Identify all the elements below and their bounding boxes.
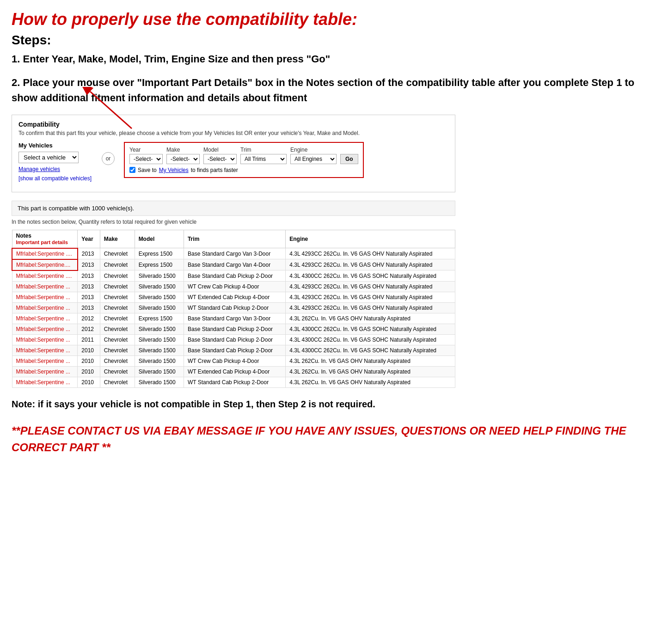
year-label: Year xyxy=(129,147,163,153)
trim-field-group: Trim All Trims xyxy=(240,147,287,164)
table-row: Mfrlabel:Serpentine ...2010ChevroletSilv… xyxy=(12,366,455,377)
cell-model: Silverado 1500 xyxy=(135,345,184,356)
table-row: Mfrlabel:Serpentine....2013ChevroletExpr… xyxy=(12,259,455,270)
form-fields-row: Year -Select- Make -Select- Model xyxy=(129,147,358,164)
my-vehicles-link[interactable]: My Vehicles xyxy=(159,167,189,173)
cell-model: Silverado 1500 xyxy=(135,356,184,366)
manage-vehicles-link[interactable]: Manage vehicles xyxy=(18,166,92,172)
cell-trim: Base Standard Cargo Van 4-Door xyxy=(184,259,285,270)
note-text: Note: if it says your vehicle is not com… xyxy=(12,397,656,411)
cell-year: 2011 xyxy=(78,334,100,345)
cell-model: Express 1500 xyxy=(135,259,184,270)
cell-trim: WT Standard Cab Pickup 2-Door xyxy=(184,302,285,313)
compat-desc: To confirm that this part fits your vehi… xyxy=(18,130,448,136)
cell-model: Express 1500 xyxy=(135,313,184,324)
model-select[interactable]: -Select- xyxy=(203,154,237,164)
step1-text: 1. Enter Year, Make, Model, Trim, Engine… xyxy=(12,52,656,67)
trim-label: Trim xyxy=(240,147,287,153)
save-checkbox[interactable] xyxy=(129,167,135,173)
cell-engine: 4.3L 4293CC 262Cu. In. V6 GAS OHV Natura… xyxy=(286,292,455,302)
th-engine: Engine xyxy=(286,230,455,248)
table-row: Mfrlabel:Serpentine ...2013ChevroletSilv… xyxy=(12,281,455,292)
save-text: Save to xyxy=(138,167,157,173)
cell-year: 2013 xyxy=(78,248,100,259)
show-all-link[interactable]: [show all compatible vehicles] xyxy=(18,175,92,182)
cell-notes: Mfrlabel:Serpentine ... xyxy=(12,302,78,313)
cell-notes: Mfrlabel:Serpentine ... xyxy=(12,281,78,292)
cell-trim: Base Standard Cab Pickup 2-Door xyxy=(184,345,285,356)
cell-make: Chevrolet xyxy=(100,281,135,292)
cell-trim: Base Standard Cargo Van 3-Door xyxy=(184,248,285,259)
cell-notes: Mfrlabel:Serpentine ... xyxy=(12,366,78,377)
table-row: Mfrlabel:Serpentine ...2010ChevroletSilv… xyxy=(12,345,455,356)
cell-engine: 4.3L 262Cu. In. V6 GAS OHV Naturally Asp… xyxy=(286,377,455,387)
model-field-group: Model -Select- xyxy=(203,147,237,164)
make-select[interactable]: -Select- xyxy=(166,154,200,164)
cell-notes: Mfrlabel:Serpentine ... xyxy=(12,334,78,345)
cell-engine: 4.3L 4293CC 262Cu. In. V6 GAS OHV Natura… xyxy=(286,281,455,292)
year-make-form: Year -Select- Make -Select- Model xyxy=(124,142,364,178)
cell-notes: Mfrlabel:Serpentine .... xyxy=(12,248,78,259)
cell-engine: 4.3L 4293CC 262Cu. In. V6 GAS OHV Natura… xyxy=(286,259,455,270)
cell-year: 2010 xyxy=(78,345,100,356)
cell-engine: 4.3L 262Cu. In. V6 GAS OHV Naturally Asp… xyxy=(286,356,455,366)
cell-model: Silverado 1500 xyxy=(135,324,184,334)
my-vehicles-section: My Vehicles Select a vehicle Manage vehi… xyxy=(18,142,92,182)
cell-trim: WT Crew Cab Pickup 4-Door xyxy=(184,356,285,366)
th-year: Year xyxy=(78,230,100,248)
table-row: Mfrlabel:Serpentine ...2013ChevroletSilv… xyxy=(12,292,455,302)
cell-notes: Mfrlabel:Serpentine ... xyxy=(12,356,78,366)
cell-engine: 4.3L 262Cu. In. V6 GAS OHV Naturally Asp… xyxy=(286,366,455,377)
model-label: Model xyxy=(203,147,237,153)
cell-engine: 4.3L 4300CC 262Cu. In. V6 GAS SOHC Natur… xyxy=(286,324,455,334)
th-make: Make xyxy=(100,230,135,248)
cell-year: 2010 xyxy=(78,356,100,366)
or-label: or xyxy=(102,152,115,165)
table-row: Mfrlabel:Serpentine ...2010ChevroletSilv… xyxy=(12,377,455,387)
cell-year: 2012 xyxy=(78,324,100,334)
engine-select[interactable]: All Engines xyxy=(290,154,337,164)
quantity-note: In the notes section below, Quantity ref… xyxy=(12,219,656,225)
cell-make: Chevrolet xyxy=(100,377,135,387)
trim-select[interactable]: All Trims xyxy=(240,154,287,164)
cell-year: 2013 xyxy=(78,281,100,292)
cell-model: Silverado 1500 xyxy=(135,334,184,345)
go-button[interactable]: Go xyxy=(340,154,358,164)
cell-year: 2013 xyxy=(78,270,100,282)
cell-year: 2013 xyxy=(78,292,100,302)
vehicle-select[interactable]: Select a vehicle xyxy=(18,152,79,163)
compat-form-row: My Vehicles Select a vehicle Manage vehi… xyxy=(18,142,448,182)
cell-engine: 4.3L 4300CC 262Cu. In. V6 GAS SOHC Natur… xyxy=(286,270,455,282)
cell-make: Chevrolet xyxy=(100,313,135,324)
cell-trim: WT Extended Cab Pickup 4-Door xyxy=(184,366,285,377)
th-model: Model xyxy=(135,230,184,248)
compat-title: Compatibility xyxy=(18,121,448,128)
cell-make: Chevrolet xyxy=(100,292,135,302)
cell-trim: Base Standard Cargo Van 3-Door xyxy=(184,313,285,324)
cell-model: Silverado 1500 xyxy=(135,270,184,282)
compatibility-section: Compatibility To confirm that this part … xyxy=(12,115,455,192)
cell-make: Chevrolet xyxy=(100,334,135,345)
steps-label: Steps: xyxy=(12,33,656,48)
cell-model: Express 1500 xyxy=(135,248,184,259)
save-checkbox-row: Save to My Vehicles to finds parts faste… xyxy=(129,167,358,173)
year-select[interactable]: -Select- xyxy=(129,154,163,164)
cell-year: 2013 xyxy=(78,302,100,313)
cell-trim: Base Standard Cab Pickup 2-Door xyxy=(184,334,285,345)
my-vehicles-label: My Vehicles xyxy=(18,142,92,149)
cell-make: Chevrolet xyxy=(100,302,135,313)
year-field-group: Year -Select- xyxy=(129,147,163,164)
cell-trim: WT Extended Cab Pickup 4-Door xyxy=(184,292,285,302)
cell-make: Chevrolet xyxy=(100,356,135,366)
cell-notes: Mfrlabel:Serpentine .... xyxy=(12,270,78,282)
table-row: Mfrlabel:Serpentine ...2012ChevroletSilv… xyxy=(12,324,455,334)
contact-text: **PLEASE CONTACT US VIA EBAY MESSAGE IF … xyxy=(12,423,656,456)
cell-year: 2010 xyxy=(78,366,100,377)
cell-make: Chevrolet xyxy=(100,259,135,270)
cell-model: Silverado 1500 xyxy=(135,281,184,292)
cell-make: Chevrolet xyxy=(100,366,135,377)
cell-make: Chevrolet xyxy=(100,270,135,282)
cell-make: Chevrolet xyxy=(100,248,135,259)
cell-year: 2013 xyxy=(78,259,100,270)
th-notes-sub: Important part details xyxy=(16,239,68,245)
